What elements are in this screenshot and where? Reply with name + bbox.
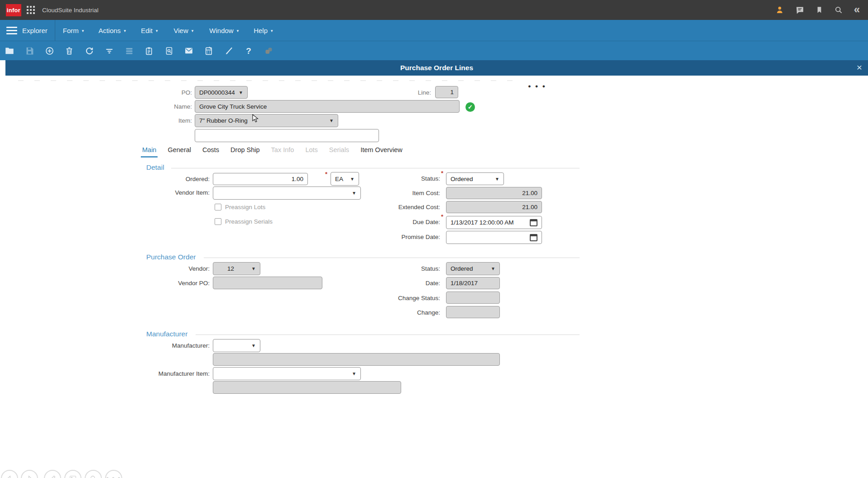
menu-window[interactable]: Window▾	[203, 20, 245, 41]
help-icon[interactable]: ?	[244, 46, 254, 56]
line-field: 1	[435, 86, 458, 98]
nav-back-button[interactable]	[1, 470, 18, 478]
menu-help[interactable]: Help▾	[248, 20, 278, 41]
calendar-icon[interactable]	[530, 234, 537, 241]
search-icon[interactable]	[834, 5, 843, 14]
save-icon	[24, 46, 34, 56]
hamburger-icon	[6, 27, 17, 34]
tab-general[interactable]: General	[166, 146, 192, 158]
menu-view[interactable]: View▾	[168, 20, 200, 41]
vendor-po-field	[213, 277, 322, 289]
po-date-label: Date:	[350, 277, 440, 289]
preassign-lots-label: Preassign Lots	[225, 201, 316, 213]
arrow-left-icon	[5, 474, 14, 478]
chevron-down-icon: ▼	[349, 371, 356, 376]
item-description-field[interactable]	[195, 129, 379, 142]
magnifier-icon	[89, 474, 97, 478]
nav-edit-button[interactable]	[44, 470, 61, 478]
chevron-down-icon: ▾	[156, 29, 158, 33]
chevron-down-icon: ▼	[326, 118, 334, 123]
delete-trash-icon[interactable]	[64, 46, 74, 56]
bookmark-icon[interactable]	[815, 5, 823, 14]
vendor-label: Vendor:	[137, 263, 210, 275]
send-email-icon[interactable]	[184, 46, 194, 56]
chevron-down-icon: ▾	[192, 29, 194, 33]
linked-docs-icon	[264, 46, 273, 56]
collapse-panel-icon[interactable]: «	[854, 5, 860, 15]
chevron-down-icon: ▾	[82, 29, 84, 33]
pencil-icon	[48, 474, 57, 478]
explorer-label: Explorer	[22, 27, 48, 34]
feedback-chat-icon[interactable]	[795, 5, 805, 15]
due-date-field[interactable]: 1/13/2017 12:00:00 AM	[446, 216, 542, 229]
user-icon[interactable]	[775, 5, 784, 14]
chevron-down-icon: ▾	[237, 29, 239, 33]
tab-item-overview[interactable]: Item Overview	[359, 146, 404, 158]
arrow-right-icon	[25, 474, 34, 478]
document-preview-icon[interactable]	[164, 46, 174, 56]
form-tabs: Main General Costs Drop Ship Tax Info Lo…	[141, 146, 404, 158]
detail-status-dropdown[interactable]: Ordered ▼	[446, 172, 504, 185]
item-dropdown[interactable]: 7" Rubber O-Ring ▼	[195, 114, 338, 127]
calendar-icon[interactable]	[530, 219, 537, 226]
annotate-brush-icon[interactable]	[224, 46, 234, 56]
chevron-down-icon: ▼	[492, 177, 499, 182]
manufacturer-label: Manufacturer:	[137, 339, 210, 352]
vendor-item-dropdown[interactable]: ▼	[213, 186, 361, 200]
refresh-icon[interactable]	[84, 46, 94, 56]
preassign-serials-checkbox[interactable]	[215, 218, 221, 225]
mouse-cursor	[252, 114, 260, 123]
preassign-serials-label: Preassign Serials	[225, 215, 316, 228]
menu-edit[interactable]: Edit▾	[135, 20, 163, 41]
po-date-field: 1/18/2017	[446, 277, 500, 289]
required-marker: *	[325, 171, 327, 177]
list-view-icon	[124, 46, 134, 56]
manufacturer-name-field	[213, 353, 500, 366]
chevron-down-icon: ▼	[249, 266, 256, 271]
nav-more-button[interactable]: ● ● ●	[105, 470, 122, 478]
extended-cost-field: 21.00	[446, 201, 542, 213]
manufacturer-dropdown[interactable]: ▼	[213, 339, 260, 352]
po-status-dropdown[interactable]: Ordered ▼	[446, 262, 500, 275]
overflow-menu-button[interactable]: ● ● ●	[528, 83, 547, 89]
vendor-dropdown[interactable]: 12 ▼	[213, 262, 260, 275]
ordered-field[interactable]: 1.00	[213, 173, 308, 185]
menu-form[interactable]: Form▾	[57, 20, 90, 41]
validated-check-icon: ✓	[465, 102, 475, 112]
extended-cost-label: Extended Cost:	[350, 201, 440, 213]
filter-icon[interactable]	[104, 46, 114, 56]
line-label: Line:	[359, 86, 431, 99]
promise-date-label: Promise Date:	[350, 231, 440, 243]
window-title-bar: Purchase Order Lines ×	[5, 60, 868, 76]
form-top-dashed-divider	[18, 80, 518, 81]
promise-date-field[interactable]	[446, 231, 542, 244]
manufacturer-section-line	[196, 335, 580, 335]
toolbar: ?	[0, 41, 868, 60]
preassign-lots-checkbox[interactable]	[215, 204, 221, 210]
manufacturer-item-dropdown[interactable]: ▼	[213, 367, 361, 380]
change-status-label: Change Status:	[350, 292, 440, 304]
po-dropdown[interactable]: DP00000344 ▼	[195, 86, 248, 99]
detail-status-label: Status:	[350, 172, 440, 185]
chevron-down-icon: ▼	[488, 266, 495, 271]
menu-bar: Explorer Form▾ Actions▾ Edit▾ View▾ Wind…	[0, 20, 868, 41]
close-icon[interactable]: ×	[855, 62, 864, 73]
nav-forward-button[interactable]	[21, 470, 38, 478]
app-grid-icon[interactable]	[27, 6, 35, 14]
app-title: CloudSuite Industrial	[42, 7, 99, 14]
tab-main[interactable]: Main	[141, 146, 158, 158]
nav-image-button[interactable]	[64, 470, 82, 478]
nav-search-button[interactable]	[85, 470, 102, 478]
due-date-label: Due Date:	[350, 216, 440, 228]
explorer-menu-button[interactable]: Explorer	[0, 20, 55, 41]
tab-tax-info: Tax Info	[270, 146, 296, 158]
open-folder-icon[interactable]	[5, 46, 14, 56]
notes-pad-icon[interactable]	[204, 46, 214, 56]
manufacturer-section-title: Manufacturer	[146, 330, 191, 338]
tab-drop-ship[interactable]: Drop Ship	[229, 146, 261, 158]
menu-actions[interactable]: Actions▾	[92, 20, 132, 41]
chevron-down-icon: ▼	[249, 343, 256, 348]
clipboard-icon[interactable]	[144, 46, 154, 56]
tab-costs[interactable]: Costs	[201, 146, 221, 158]
new-target-icon[interactable]	[44, 46, 54, 56]
